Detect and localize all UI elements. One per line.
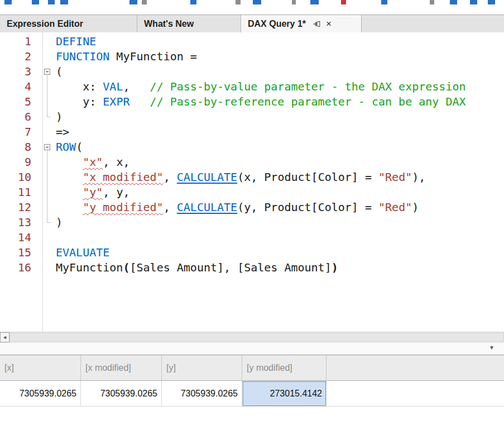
code-text: FUNCTION MyFunction = [56, 49, 197, 64]
grid-empty-area [0, 407, 504, 430]
code-line[interactable]: 11 "y", y, [0, 185, 504, 200]
line-number: 3 [0, 64, 39, 79]
code-text: "x", x, [56, 155, 129, 170]
fold-margin [39, 200, 56, 215]
code-text: "y", y, [56, 185, 129, 200]
toolbar-icon-fragment[interactable] [450, 0, 457, 4]
grid-row-filler [327, 381, 504, 407]
scrollbar-thumb[interactable] [9, 333, 504, 342]
code-line[interactable]: 7=> [0, 125, 504, 140]
code-line[interactable]: 14 [0, 230, 504, 245]
fold-margin [39, 34, 56, 49]
scrollbar-track[interactable] [9, 332, 504, 342]
grid-header-cell[interactable]: [y] [162, 355, 242, 380]
scroll-left-icon[interactable]: ◄ [0, 332, 9, 342]
toolbar-icon-fragment[interactable] [341, 0, 346, 4]
code-line[interactable]: 9 "x", x, [0, 155, 504, 170]
line-number: 4 [0, 79, 39, 94]
toolbar-icon-fragment[interactable] [129, 0, 137, 4]
grid-header-cell[interactable]: [x modified] [81, 355, 162, 380]
line-number: 15 [0, 245, 39, 260]
line-number: 10 [0, 170, 39, 185]
code-text: ) [56, 215, 63, 230]
code-text: "x modified", CALCULATE(x, Product[Color… [56, 170, 425, 185]
grid-header-filler [327, 355, 504, 380]
code-line[interactable]: 10 "x modified", CALCULATE(x, Product[Co… [0, 170, 504, 185]
line-number: 5 [0, 94, 39, 109]
line-number: 8 [0, 140, 39, 155]
fold-collapse-icon[interactable] [44, 69, 50, 75]
tabbar-filler [362, 15, 504, 32]
toolbar-icon-fragment[interactable] [310, 0, 319, 4]
code-text: "y modified", CALCULATE(y, Product[Color… [56, 200, 419, 215]
grid-header-row: [x][x modified][y][y modified] [0, 355, 504, 381]
code-line[interactable]: 13) [0, 215, 504, 230]
tab-dax-query-1[interactable]: DAX Query 1* × [241, 15, 362, 32]
fold-margin [39, 64, 56, 79]
toolbar-icon-fragment[interactable] [236, 0, 241, 4]
code-text: EVALUATE [56, 245, 109, 260]
fold-margin [39, 155, 56, 170]
fold-collapse-icon[interactable] [44, 144, 50, 150]
code-text: DEFINE [56, 34, 96, 49]
grid-header-cell[interactable]: [x] [0, 355, 81, 380]
code-lines: 1DEFINE2FUNCTION MyFunction =3(4 x: VAL,… [0, 34, 504, 275]
code-line[interactable]: 6) [0, 109, 504, 125]
chevron-down-icon[interactable]: ▼ [489, 345, 495, 351]
line-number: 9 [0, 155, 39, 170]
toolbar-icon-fragment[interactable] [381, 0, 387, 4]
code-text: => [56, 125, 69, 140]
tab-expression-editor[interactable]: Expression Editor [0, 15, 137, 32]
tab-label: What's New [144, 19, 194, 29]
fold-margin [39, 140, 56, 155]
dax-editor-window: Expression Editor What's New DAX Query 1… [0, 0, 504, 430]
grid-cell[interactable]: 7305939.0265 [81, 381, 162, 407]
code-line[interactable]: 3( [0, 64, 504, 79]
fold-margin [39, 215, 56, 230]
fold-margin [39, 109, 56, 125]
fold-margin [39, 94, 56, 109]
toolbar-icon-fragment[interactable] [142, 0, 147, 4]
fold-margin [39, 125, 56, 140]
code-line[interactable]: 12 "y modified", CALCULATE(y, Product[Co… [0, 200, 504, 215]
code-line[interactable]: 8ROW( [0, 140, 504, 155]
toolbar-icon-fragment[interactable] [488, 0, 495, 4]
results-splitter[interactable]: ▼ [0, 342, 504, 355]
code-text: y: EXPR // Pass-by-reference parameter -… [56, 94, 466, 109]
code-line[interactable]: 15EVALUATE [0, 245, 504, 260]
fold-margin [39, 245, 56, 260]
grid-header-cell[interactable]: [y modified] [242, 355, 327, 380]
code-text: MyFunction([Sales Amount], [Sales Amount… [56, 260, 338, 275]
document-tabbar: Expression Editor What's New DAX Query 1… [0, 15, 504, 32]
toolbar-icon-fragment[interactable] [4, 0, 12, 4]
horizontal-scrollbar[interactable]: ◄ [0, 332, 504, 342]
toolbar-icon-fragment[interactable] [292, 0, 296, 4]
grid-cell[interactable]: 7305939.0265 [162, 381, 242, 407]
toolbar-icon-fragment[interactable] [430, 0, 434, 4]
toolbar-icon-fragment[interactable] [470, 0, 477, 4]
grid-cell-selected[interactable]: 273015.4142 [242, 381, 327, 407]
tab-whats-new[interactable]: What's New [137, 15, 241, 32]
toolbar-icon-fragment[interactable] [32, 0, 39, 4]
code-line[interactable]: 1DEFINE [0, 34, 504, 49]
code-editor[interactable]: 1DEFINE2FUNCTION MyFunction =3(4 x: VAL,… [0, 32, 504, 332]
grid-cell[interactable]: 7305939.0265 [0, 381, 81, 407]
fold-margin [39, 230, 56, 245]
close-icon[interactable]: × [326, 19, 332, 28]
code-line[interactable]: 16MyFunction([Sales Amount], [Sales Amou… [0, 260, 504, 275]
code-line[interactable]: 4 x: VAL, // Pass-by-value parameter - t… [0, 79, 504, 94]
toolbar-clipped-icons [0, 0, 504, 15]
code-line[interactable]: 5 y: EXPR // Pass-by-reference parameter… [0, 94, 504, 109]
line-number: 12 [0, 200, 39, 215]
code-text: ( [56, 64, 63, 79]
line-number: 1 [0, 34, 39, 49]
toolbar-icon-fragment[interactable] [60, 0, 68, 4]
toolbar-icon-fragment[interactable] [190, 0, 196, 4]
results-grid: [x][x modified][y][y modified] 7305939.0… [0, 355, 504, 430]
code-line[interactable]: 2FUNCTION MyFunction = [0, 49, 504, 64]
toolbar-icon-fragment[interactable] [48, 0, 55, 4]
fold-margin [39, 49, 56, 64]
pin-icon[interactable] [313, 20, 321, 28]
toolbar-icon-fragment[interactable] [253, 0, 261, 4]
tab-label: Expression Editor [7, 19, 83, 29]
